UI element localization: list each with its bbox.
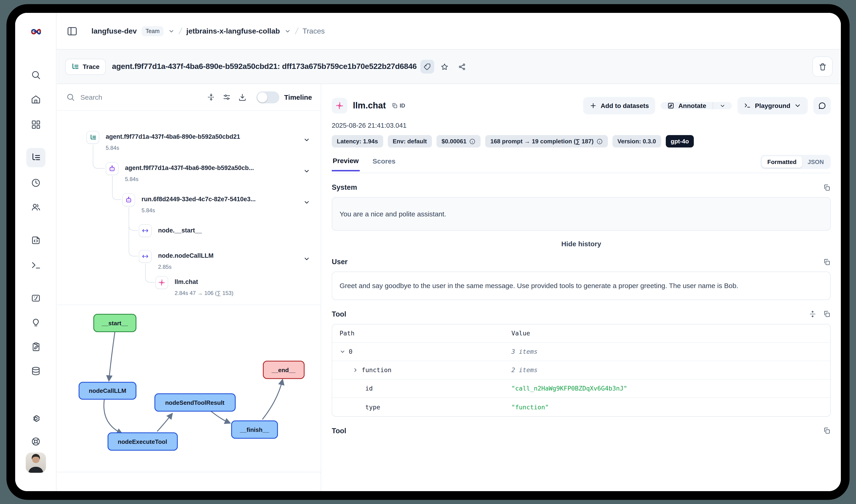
annotate-label: Annotate: [678, 102, 706, 109]
chevron-down-icon[interactable]: [284, 28, 291, 34]
display-settings-icon[interactable]: [219, 89, 235, 105]
share-icon[interactable]: [455, 60, 469, 73]
breadcrumb-project[interactable]: jetbrains-x-langfuse-collab: [186, 27, 280, 35]
insights-bulb-icon[interactable]: [26, 313, 46, 332]
annotate-button[interactable]: Annotate: [661, 102, 713, 109]
dashboard-icon[interactable]: [26, 115, 46, 134]
chevron-down-icon[interactable]: [303, 137, 310, 143]
graph-node-label: nodeCallLLM: [89, 387, 126, 394]
agent-graph[interactable]: __start__ nodeCallLLM nodeSendToolResult…: [57, 305, 321, 472]
comments-button[interactable]: [813, 97, 831, 114]
chevron-down-icon[interactable]: [303, 199, 310, 206]
annotate-dropdown-button[interactable]: [713, 102, 732, 109]
download-icon[interactable]: [235, 89, 250, 105]
panel-toggle-icon[interactable]: [67, 26, 78, 37]
observation-detail-panel: llm.chat ID Add to datasets: [322, 84, 841, 491]
model-badge[interactable]: gpt-4o: [665, 135, 694, 147]
format-json[interactable]: JSON: [802, 156, 830, 168]
copy-icon[interactable]: [823, 310, 831, 318]
trace-tree-icon: [71, 63, 79, 71]
breadcrumb-org[interactable]: langfuse-dev: [91, 27, 137, 35]
collapse-all-icon[interactable]: [203, 89, 219, 105]
tab-scores[interactable]: Scores: [372, 157, 396, 170]
app-window: langfuse-dev Team / jetbrains-x-langfuse…: [15, 13, 841, 491]
playground-label: Playground: [755, 102, 790, 109]
tree-row-label[interactable]: node.__start__: [158, 227, 202, 234]
copy-id[interactable]: ID: [391, 103, 405, 109]
tree-row-label[interactable]: agent.f9f77d1a-437f-4ba6-890e-b592a50cbd…: [106, 133, 240, 140]
tree-row-label[interactable]: run.6f8d2449-33ed-4c7c-82e7-5410e3...: [142, 196, 256, 203]
cost-badge[interactable]: $0.00061: [436, 135, 481, 147]
table-row[interactable]: type "function": [332, 398, 830, 416]
chevron-down-icon[interactable]: [340, 348, 345, 355]
home-icon[interactable]: [26, 90, 46, 109]
hide-history-link[interactable]: Hide history: [332, 240, 831, 248]
chevron-down-icon[interactable]: [303, 168, 310, 175]
cost-value: $0.00061: [442, 138, 466, 145]
tree-row-label[interactable]: llm.chat: [175, 278, 198, 285]
agent-icon[interactable]: [122, 194, 135, 206]
span-icon[interactable]: [139, 250, 151, 263]
edge-sendtoolresult-finish: [211, 411, 230, 423]
tree-row-duration: 2.85s: [158, 264, 172, 270]
copy-icon[interactable]: [823, 183, 831, 191]
chevron-right-icon[interactable]: [352, 367, 358, 373]
table-row[interactable]: function 2 items: [332, 361, 830, 379]
tree-row-duration: 5.84s: [106, 145, 119, 151]
annotation-clipboard-icon[interactable]: [26, 337, 46, 357]
tokens-badge[interactable]: 168 prompt → 19 completion (∑ 187): [485, 135, 608, 147]
json-key: type: [365, 403, 380, 411]
format-formatted[interactable]: Formatted: [762, 156, 802, 168]
copy-icon[interactable]: [823, 258, 831, 266]
trace-icon[interactable]: [86, 131, 99, 144]
span-tree: agent.f9f77d1a-437f-4ba6-890e-b592a50cbd…: [57, 111, 321, 305]
agent-icon[interactable]: [106, 162, 119, 175]
evals-icon[interactable]: [26, 289, 46, 308]
json-key: 0: [349, 348, 352, 355]
edge-finish-end: [262, 379, 283, 419]
generation-icon: [332, 98, 347, 113]
support-lifebuoy-icon[interactable]: [26, 432, 46, 451]
tree-row-duration: 5.84s: [125, 176, 139, 182]
sessions-clock-icon[interactable]: [26, 173, 46, 193]
copy-icon[interactable]: [823, 427, 831, 435]
search-icon[interactable]: [26, 65, 46, 85]
span-icon[interactable]: [139, 224, 151, 237]
tab-preview[interactable]: Preview: [332, 157, 359, 172]
detail-tabs: Preview Scores Formatted JSON: [332, 155, 831, 173]
tool2-section-header: Tool: [332, 427, 831, 435]
expand-icon[interactable]: [809, 310, 817, 318]
prompts-icon[interactable]: [26, 231, 46, 250]
table-row[interactable]: id "call_n2HaWg9KFP0BZDqXv6G4b3nJ": [332, 379, 830, 398]
delete-trace-button[interactable]: [812, 56, 833, 77]
tracing-icon[interactable]: [26, 148, 46, 167]
tree-row-label[interactable]: agent.f9f77d1a-437f-4ba6-890e-b592a50cb.…: [125, 164, 254, 172]
chevron-down-icon[interactable]: [168, 28, 175, 34]
breadcrumb-section[interactable]: Traces: [303, 27, 325, 35]
top-bar: langfuse-dev Team / jetbrains-x-langfuse…: [15, 13, 841, 50]
settings-gear-icon[interactable]: [26, 409, 46, 428]
star-icon[interactable]: [438, 60, 452, 73]
users-icon[interactable]: [26, 198, 46, 217]
tool-heading: Tool: [332, 310, 346, 318]
add-to-datasets-button[interactable]: Add to datasets: [583, 97, 656, 114]
graph-nodes: __start__ nodeCallLLM nodeSendToolResult…: [79, 314, 304, 450]
trace-tree-panel: Search Timeline agent.f9f77d1a-4: [57, 84, 321, 491]
search-input[interactable]: Search: [81, 93, 102, 101]
edge-callllm-executetool: [104, 399, 122, 434]
playground-terminal-icon[interactable]: [26, 255, 46, 275]
org-logo[interactable]: [26, 22, 46, 41]
user-avatar[interactable]: [26, 452, 46, 473]
playground-button[interactable]: Playground: [737, 97, 808, 114]
tool-json-table: Path Value 0 3 items function: [332, 324, 831, 416]
info-icon: [469, 138, 476, 144]
table-row[interactable]: 0 3 items: [332, 342, 830, 361]
tag-icon[interactable]: [421, 60, 434, 73]
screen: langfuse-dev Team / jetbrains-x-langfuse…: [0, 0, 856, 504]
tokens-value: 168 prompt → 19 completion (∑ 187): [491, 138, 594, 145]
datasets-database-icon[interactable]: [26, 362, 46, 381]
chevron-down-icon[interactable]: [303, 255, 310, 262]
timeline-toggle[interactable]: [256, 91, 280, 103]
generation-icon[interactable]: [155, 276, 168, 289]
tree-row-label[interactable]: node.nodeCallLLM: [158, 252, 214, 259]
